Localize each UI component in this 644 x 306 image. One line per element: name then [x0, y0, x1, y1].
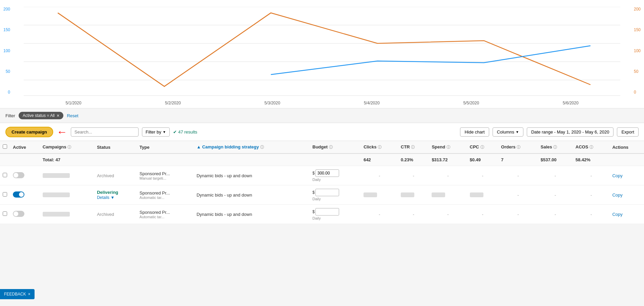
- reset-link[interactable]: Reset: [67, 113, 78, 118]
- row1-toggle[interactable]: [13, 172, 24, 178]
- total-ctr-cell: 0.23%: [398, 154, 429, 166]
- sales-info-icon[interactable]: ⓘ: [553, 145, 557, 149]
- results-count-text: 47 results: [178, 129, 197, 135]
- row2-copy-button[interactable]: Copy: [612, 192, 622, 198]
- filter-tag-close[interactable]: ×: [57, 113, 59, 118]
- orange-line: [58, 13, 590, 86]
- export-button[interactable]: Export: [617, 127, 639, 137]
- table-header-row: Active Campaigns ⓘ Status Type ▲ Campaig…: [0, 141, 644, 154]
- row2-budget-input[interactable]: [315, 189, 339, 196]
- row2-type-cell: Sponsored Pr... Automatic tar...: [137, 185, 194, 205]
- header-sales: Sales ⓘ: [538, 141, 573, 154]
- blue-line: [271, 46, 590, 75]
- chart-container: 200 150 100 50 0 200 150 100 50 0 5/1/20…: [0, 0, 644, 108]
- row3-copy-button[interactable]: Copy: [612, 212, 622, 217]
- table-row: Archived Sponsored Pr... Automatic tar..…: [0, 205, 644, 224]
- right-axis-200: 200: [634, 7, 641, 12]
- row2-campaign-name: [43, 192, 70, 197]
- row2-toggle[interactable]: [13, 191, 24, 198]
- header-budget: Budget ⓘ: [310, 141, 361, 154]
- left-axis-0: 0: [8, 90, 10, 95]
- budget-info-icon[interactable]: ⓘ: [329, 145, 333, 149]
- select-all-checkbox[interactable]: [3, 144, 7, 149]
- date-range-button[interactable]: Date range - May 1, 2020 - May 6, 2020: [527, 127, 614, 137]
- clicks-info-icon[interactable]: ⓘ: [378, 145, 381, 149]
- x-label-4: 5/5/2020: [463, 101, 479, 105]
- row2-budget-cell: $ Daily: [310, 185, 361, 205]
- row2-status-cell: Delivering Details ▼: [94, 185, 137, 205]
- x-axis: 5/1/2020 5/2/2020 5/3/2020 5/4/2020 5/5/…: [10, 99, 634, 107]
- campaigns-info-icon[interactable]: ⓘ: [67, 145, 71, 149]
- row2-ctr-blurred: [401, 192, 414, 197]
- results-count: ✔ 47 results: [173, 129, 197, 135]
- campaigns-table-container: Active Campaigns ⓘ Status Type ▲ Campaig…: [0, 141, 644, 224]
- chevron-down-icon: ▼: [163, 130, 166, 134]
- row3-campaign-name: [43, 212, 70, 217]
- header-active: Active: [10, 141, 40, 154]
- right-axis-50: 50: [634, 69, 638, 74]
- right-axis-0: 0: [634, 90, 636, 95]
- header-bid-strategy[interactable]: ▲ Campaign bidding strategy ⓘ: [194, 141, 310, 154]
- x-label-2: 5/3/2020: [264, 101, 280, 105]
- row3-budget-input[interactable]: [315, 208, 339, 216]
- row3-toggle[interactable]: [13, 211, 24, 217]
- filter-tag-text: Active status = All: [23, 113, 55, 118]
- row1-checkbox[interactable]: [3, 173, 7, 177]
- row3-type-cell: Sponsored Pr... Automatic tar...: [137, 205, 194, 224]
- row2-orders-cell: -: [498, 185, 538, 205]
- row1-toggle-cell[interactable]: [10, 166, 40, 185]
- row1-type1: Sponsored Pr...: [140, 171, 191, 176]
- row3-checkbox[interactable]: [3, 211, 7, 216]
- hide-chart-button[interactable]: Hide chart: [460, 127, 489, 137]
- row1-status: Archived: [97, 173, 114, 178]
- x-label-3: 5/4/2020: [364, 101, 380, 105]
- row2-clicks-cell: [361, 185, 398, 205]
- row2-cpc-blurred: [470, 192, 483, 197]
- cpc-info-icon[interactable]: ⓘ: [480, 145, 484, 149]
- row3-checkbox-cell: [0, 205, 10, 224]
- checkmark-icon: ✔: [173, 129, 177, 135]
- row1-campaign-name: [43, 173, 70, 178]
- table-row: Archived Sponsored Pr... Manual targeti.…: [0, 166, 644, 185]
- ctr-info-icon[interactable]: ⓘ: [411, 145, 415, 149]
- row2-details-link[interactable]: Details ▼: [97, 195, 115, 200]
- chart-svg: [24, 7, 620, 98]
- create-campaign-button[interactable]: Create campaign: [5, 127, 53, 137]
- row1-actions-cell: Copy: [609, 166, 644, 185]
- row2-sales-cell: -: [538, 185, 573, 205]
- left-axis-200: 200: [3, 7, 10, 12]
- right-axis-100: 100: [634, 48, 641, 53]
- columns-button[interactable]: Columns ▼: [493, 127, 523, 137]
- bid-strategy-info-icon[interactable]: ⓘ: [260, 145, 264, 149]
- total-actions-cell: [609, 154, 644, 166]
- total-acos-cell: 58.42%: [573, 154, 610, 166]
- row1-budget-input[interactable]: [315, 169, 339, 177]
- left-axis-50: 50: [6, 69, 10, 74]
- filter-by-button[interactable]: Filter by ▼: [142, 127, 170, 137]
- row3-toggle-cell[interactable]: [10, 205, 40, 224]
- header-clicks: Clicks ⓘ: [361, 141, 398, 154]
- row1-copy-button[interactable]: Copy: [612, 173, 622, 178]
- row2-acos-cell: -: [573, 185, 610, 205]
- total-label-cell: Total: 47: [40, 154, 94, 166]
- row2-spend-blurred: [432, 192, 445, 197]
- details-chevron-icon: ▼: [110, 195, 115, 200]
- row1-cpc-cell: -: [467, 166, 499, 185]
- acos-info-icon[interactable]: ⓘ: [589, 145, 593, 149]
- spend-info-icon[interactable]: ⓘ: [446, 145, 450, 149]
- header-status: Status: [94, 141, 137, 154]
- active-status-filter-tag[interactable]: Active status = All ×: [19, 112, 64, 119]
- row2-checkbox[interactable]: [3, 192, 7, 197]
- filter-by-label: Filter by: [146, 129, 161, 135]
- search-input[interactable]: [71, 127, 139, 137]
- row2-type2: Automatic tar...: [140, 196, 191, 200]
- x-label-5: 5/6/2020: [563, 101, 579, 105]
- total-budget-cell: [310, 154, 361, 166]
- row2-toggle-cell[interactable]: [10, 185, 40, 205]
- red-arrow-icon: ←: [57, 126, 67, 137]
- x-label-0: 5/1/2020: [65, 101, 81, 105]
- orders-info-icon[interactable]: ⓘ: [517, 145, 520, 149]
- row1-status-cell: Archived: [94, 166, 137, 185]
- red-arrow-container: ←: [57, 126, 67, 137]
- row3-bid-cell: Dynamic bids - up and down: [194, 205, 310, 224]
